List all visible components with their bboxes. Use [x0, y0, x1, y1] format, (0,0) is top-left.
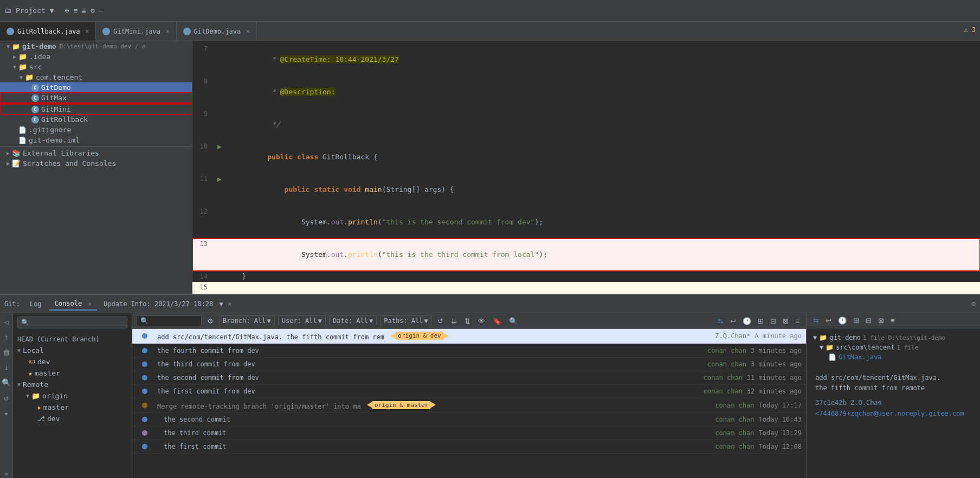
diff-clock-btn[interactable]: 🕐	[836, 315, 849, 326]
tab-git-mini[interactable]: GitMini.java ✕	[96, 22, 176, 41]
toolbar-icon-4[interactable]: ⚙	[91, 7, 95, 15]
update-info-close[interactable]: ✕	[228, 300, 232, 308]
sidebar-item-scratches[interactable]: ▶ 📝 Scratches and Consoles	[0, 158, 192, 169]
toolbar-icon-1[interactable]: ⊕	[65, 7, 69, 15]
list-btn[interactable]: ≡	[793, 316, 802, 326]
sidebar-item-src[interactable]: ▼ 📁 src	[0, 62, 192, 72]
console-close-btn[interactable]: ✕	[88, 300, 92, 307]
git-local-group[interactable]: ▼ Local	[13, 345, 132, 356]
line-gutter-11[interactable]: ▶	[214, 173, 225, 184]
sort-btn[interactable]: ⇅	[462, 316, 473, 326]
date-dropdown[interactable]: Date: All ▼	[329, 315, 377, 326]
sidebar-item-external-libs[interactable]: ▶ 📚 External Libraries	[0, 148, 192, 158]
strip-arrow-left-icon[interactable]: ◁	[4, 318, 8, 326]
idea-arrow: ▶	[11, 54, 18, 60]
git-branch-master[interactable]: ★ master	[13, 367, 132, 379]
sidebar-item-gitmax[interactable]: C GitMax	[0, 93, 192, 103]
diff-tree-file[interactable]: 📄 GitMax.java	[811, 352, 976, 362]
toolbar-icon-3[interactable]: ≣	[82, 7, 86, 15]
git-log-row-1[interactable]: add src/com/tencent/GitMax.java. the fif…	[132, 329, 806, 344]
diff-list-btn[interactable]: ≡	[888, 315, 897, 326]
eye-btn[interactable]: 👁	[476, 316, 487, 326]
user-dropdown[interactable]: User: All ▼	[278, 315, 326, 326]
line-num-8: 8	[192, 76, 214, 87]
tab-close-mini[interactable]: ✕	[166, 28, 170, 35]
fetch-btn[interactable]: ⇊	[449, 316, 459, 326]
paths-dropdown[interactable]: Paths: All ▼	[380, 315, 431, 326]
toolbar-icon-5[interactable]: —	[99, 7, 104, 15]
diff-grid-btn[interactable]: ⊞	[851, 315, 861, 326]
git-log-row-5[interactable]: the first commit from dev conan chan 32 …	[132, 385, 806, 398]
sidebar-item-gitdemo[interactable]: C GitDemo	[0, 82, 192, 93]
project-dropdown-icon[interactable]: ▼	[50, 7, 54, 15]
git-origin-dev[interactable]: ⎇ dev	[13, 413, 132, 424]
git-branch-dev[interactable]: 🏷 dev	[13, 356, 132, 367]
filter-btn[interactable]: ⊟	[768, 316, 778, 326]
strip-refresh-icon[interactable]: ↺	[4, 393, 8, 402]
git-origin-group[interactable]: ▼ 📁 origin	[13, 390, 132, 402]
strip-up-icon[interactable]: ↑	[4, 333, 8, 341]
git-log-search-input[interactable]	[137, 315, 202, 326]
strip-search-icon[interactable]: 🔍	[2, 378, 11, 387]
git-diff-toolbar: ⇆ ↩ 🕐 ⊞ ⊟ ⊠ ≡	[807, 313, 980, 328]
tab-git-rollback[interactable]: GitRollback.java ✕	[0, 22, 96, 41]
run-arrow-11[interactable]: ▶	[217, 173, 222, 184]
top-bar: 🗂 Project ▼ ⊕ ≡ ≣ ⚙ —	[0, 0, 980, 22]
merge-btn[interactable]: ⊠	[781, 316, 791, 326]
sidebar-item-gitmini[interactable]: C GitMini	[0, 104, 192, 114]
grid-btn[interactable]: ⊞	[756, 316, 766, 326]
code-line-7: 7 * @CreateTime: 10:44-2021/3/27	[192, 43, 980, 76]
expand-diff-btn[interactable]: ⇆	[715, 316, 726, 326]
sidebar-item-gitrollback[interactable]: C GitRollback	[0, 114, 192, 125]
git-log-row-8[interactable]: the third commit conan chan Today 13:29	[132, 427, 806, 440]
diff-tree-src[interactable]: ▼ 📁 src\com\tencent 1 file	[811, 343, 976, 352]
local-label: Local	[23, 346, 44, 354]
clock-btn[interactable]: 🕐	[740, 316, 753, 326]
toolbar-icon-2[interactable]: ≡	[73, 7, 78, 15]
git-origin-master[interactable]: ★ master	[13, 402, 132, 413]
sidebar-item-iml[interactable]: 📄 git-demo.iml	[0, 135, 192, 145]
git-log-row-7[interactable]: the second commit conan chan Today 16:43	[132, 413, 806, 427]
tab-close-demo[interactable]: ✕	[246, 28, 250, 35]
bottom-settings-icon[interactable]: ⚙	[971, 300, 976, 308]
strip-star-icon[interactable]: ★	[4, 409, 8, 417]
sidebar-root[interactable]: ▼ 📁 git-demo D:\test\git-demo dev / ⊘	[0, 41, 192, 51]
commit-msg-3: the third commit from dev	[157, 360, 703, 368]
search-btn[interactable]: 🔍	[507, 316, 520, 326]
diff-undo-btn[interactable]: ↩	[823, 315, 834, 326]
diff-expand-icon[interactable]: ⇆	[811, 315, 821, 326]
strip-down-icon[interactable]: ↓	[4, 363, 8, 372]
branch-search-input[interactable]	[17, 316, 127, 328]
strip-expand-icon[interactable]: »	[4, 469, 8, 478]
line-gutter-10[interactable]: ▶	[214, 141, 225, 152]
update-info-label[interactable]: Update Info: 2021/3/27 18:28 ▼	[104, 300, 223, 308]
diff-file-icon: 📄	[828, 353, 836, 361]
commit-detail-email: <7446879+zqchan@user.noreply.gitee.com	[815, 409, 971, 419]
sidebar-item-idea[interactable]: ▶ 📁 .idea	[0, 51, 192, 62]
sidebar-item-gitignore[interactable]: 📄 .gitignore	[0, 125, 192, 135]
strip-delete-icon[interactable]: 🗑	[3, 348, 10, 357]
refresh-btn[interactable]: ↺	[435, 316, 446, 326]
git-settings-btn[interactable]: ⚙	[205, 316, 216, 326]
bookmark-btn[interactable]: 🔖	[491, 316, 504, 326]
project-label[interactable]: Project	[16, 7, 46, 15]
git-remote-group[interactable]: ▼ Remote	[13, 379, 132, 390]
git-log-row-2[interactable]: the fourth commit from dev conan chan 3 …	[132, 344, 806, 358]
run-arrow-10[interactable]: ▶	[217, 141, 222, 152]
git-log-row-3[interactable]: the third commit from dev conan chan 3 m…	[132, 358, 806, 371]
tab-close-rollback[interactable]: ✕	[86, 28, 89, 35]
diff-filter-btn[interactable]: ⊟	[863, 315, 874, 326]
git-head-item[interactable]: HEAD (Current Branch)	[13, 334, 132, 345]
git-log-row-6[interactable]: Merge remote-tracking branch 'origin/mas…	[132, 398, 806, 414]
origin-dev-label: dev	[47, 415, 60, 423]
tab-git-log-list[interactable]: Log	[24, 298, 47, 310]
git-log-row-4[interactable]: the second commit from dev conan chan 31…	[132, 371, 806, 385]
undo-btn[interactable]: ↩	[728, 316, 738, 326]
branch-dropdown[interactable]: Branch: All ▼	[219, 315, 275, 326]
diff-tree-root[interactable]: ▼ 📁 git-demo 1 file D:\test\git-demo	[811, 333, 976, 343]
diff-merge-btn[interactable]: ⊠	[876, 315, 886, 326]
tab-git-demo[interactable]: GitDemo.java ✕	[177, 22, 257, 41]
git-log-row-9[interactable]: the first commit conan chan Today 12:08	[132, 440, 806, 454]
sidebar-item-com-tencent[interactable]: ▼ 📁 com.tencent	[0, 72, 192, 82]
tab-git-console[interactable]: Console ✕	[49, 298, 97, 311]
